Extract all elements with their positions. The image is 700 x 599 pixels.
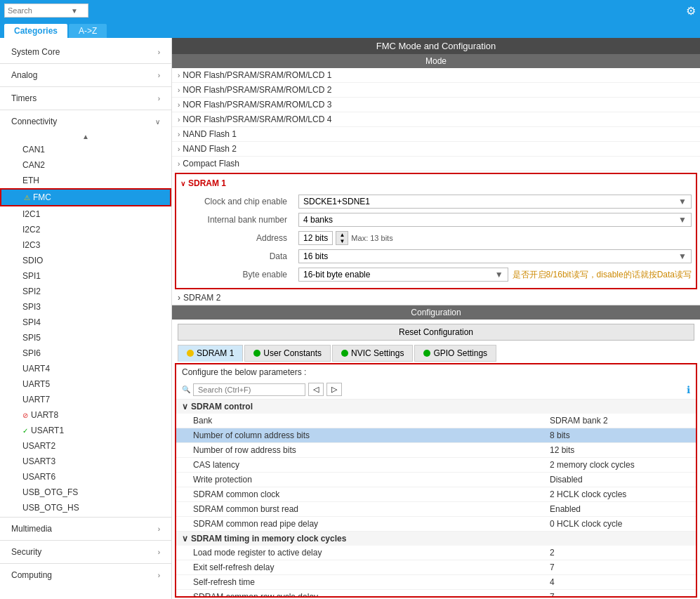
sidebar-item-i2c2[interactable]: I2C2 — [0, 222, 171, 237]
sidebar-item-can2[interactable]: CAN2 — [0, 157, 171, 173]
group-expand-icon: ∨ — [182, 402, 188, 412]
gear-icon[interactable]: ⚙ — [686, 4, 696, 18]
config-tab-sdram1[interactable]: SDRAM 1 — [178, 345, 243, 362]
item-label: SPI2 — [22, 287, 41, 296]
tab-az[interactable]: A->Z — [69, 24, 107, 38]
sidebar-item-spi6[interactable]: SPI6 — [0, 345, 171, 361]
sidebar-item-connectivity[interactable]: Connectivity ∨ — [0, 112, 171, 131]
field-label: Internal bank number — [180, 215, 293, 225]
mode-item-compact[interactable]: › Compact Flash — [172, 157, 700, 171]
sidebar-item-spi2[interactable]: SPI2 — [0, 284, 171, 299]
sidebar-item-analog[interactable]: Analog › — [0, 65, 171, 85]
expand-right-icon: › — [178, 293, 180, 303]
spin-up-button[interactable]: ▲ — [336, 232, 348, 238]
search-input[interactable] — [8, 6, 71, 15]
sidebar-item-multimedia[interactable]: Multimedia › — [0, 519, 171, 539]
sidebar-item-can1[interactable]: CAN1 — [0, 142, 171, 157]
config-row-col-addr[interactable]: Number of column address bits 8 bits — [176, 428, 696, 443]
chevron-down-icon: ∨ — [155, 118, 160, 126]
param-value: 7 — [550, 592, 690, 598]
mode-item-nor4[interactable]: › NOR Flash/PSRAM/SRAM/ROM/LCD 4 — [172, 112, 700, 127]
mode-item-label: NOR Flash/PSRAM/SRAM/ROM/LCD 2 — [183, 85, 331, 95]
bank-select[interactable]: 4 banks ▼ — [298, 213, 692, 227]
sidebar-item-usb-otg-hs[interactable]: USB_OTG_HS — [0, 500, 171, 515]
reset-config-button[interactable]: Reset Configuration — [178, 324, 694, 341]
mode-item-nor3[interactable]: › NOR Flash/PSRAM/SRAM/ROM/LCD 3 — [172, 98, 700, 112]
mode-section: › NOR Flash/PSRAM/SRAM/ROM/LCD 1 › NOR F… — [172, 68, 700, 305]
sdram1-title[interactable]: ∨ SDRAM 1 — [180, 178, 692, 188]
item-label: CAN2 — [22, 160, 45, 170]
mode-item-nor1[interactable]: › NOR Flash/PSRAM/SRAM/ROM/LCD 1 — [172, 68, 700, 83]
param-name: SDRAM common row cycle delay — [193, 592, 550, 598]
param-name: Bank — [193, 416, 550, 426]
item-label: SPI5 — [22, 333, 41, 343]
sidebar-item-usb-otg-fs[interactable]: USB_OTG_FS — [0, 485, 171, 500]
search-next-button[interactable]: ▷ — [326, 383, 342, 396]
tab-categories[interactable]: Categories — [4, 24, 67, 38]
sidebar-item-fmc[interactable]: ⚠ FMC — [0, 188, 171, 206]
check-icon: ✓ — [22, 427, 28, 435]
config-search-input[interactable] — [193, 383, 305, 396]
sidebar-item-i2c3[interactable]: I2C3 — [0, 237, 171, 253]
item-label: USART1 — [31, 426, 64, 435]
sidebar-item-computing[interactable]: Computing › — [0, 565, 171, 585]
tab-dot-icon — [341, 350, 348, 357]
info-icon[interactable]: ℹ — [687, 384, 690, 395]
byte-enable-select[interactable]: 16-bit byte enable ▼ — [298, 268, 508, 282]
config-description: Configure the below parameters : — [176, 364, 696, 380]
search-dropdown-arrow[interactable]: ▼ — [71, 7, 78, 15]
config-content: Configure the below parameters : 🔍 ◁ ▷ ℹ… — [175, 363, 697, 598]
param-value: 2 — [550, 548, 690, 558]
divider — [0, 63, 171, 64]
config-row-burst-read: SDRAM common burst read Enabled — [176, 502, 696, 517]
mode-item-nand1[interactable]: › NAND Flash 1 — [172, 127, 700, 142]
scroll-up-indicator: ▲ — [0, 131, 171, 142]
config-group-sdram-timing[interactable]: ∨ SDRAM timing in memory clock cycles — [176, 532, 696, 546]
config-row-cas: CAS latency 2 memory clock cycles — [176, 458, 696, 473]
spin-down-button[interactable]: ▼ — [336, 238, 348, 244]
mode-header: Mode — [172, 54, 700, 68]
mode-item-nand2[interactable]: › NAND Flash 2 — [172, 142, 700, 157]
sidebar-item-usart6[interactable]: USART6 — [0, 469, 171, 485]
sidebar-item-spi5[interactable]: SPI5 — [0, 330, 171, 345]
config-tab-nvic[interactable]: NVIC Settings — [332, 345, 413, 362]
divider — [0, 563, 171, 564]
sidebar-item-spi1[interactable]: SPI1 — [0, 268, 171, 284]
sidebar-item-timers[interactable]: Timers › — [0, 88, 171, 108]
config-group-sdram-control[interactable]: ∨ SDRAM control — [176, 400, 696, 414]
clock-chip-select[interactable]: SDCKE1+SDNE1 ▼ — [298, 195, 692, 209]
sidebar-item-uart5[interactable]: UART5 — [0, 376, 171, 392]
sidebar-item-spi3[interactable]: SPI3 — [0, 299, 171, 315]
sidebar-item-usart2[interactable]: USART2 — [0, 438, 171, 454]
config-tab-user-constants[interactable]: User Constants — [244, 345, 331, 362]
mode-item-label: Compact Flash — [183, 159, 239, 169]
sidebar-item-system-core[interactable]: System Core › — [0, 42, 171, 62]
config-tab-gpio[interactable]: GPIO Settings — [414, 345, 496, 362]
sidebar-item-uart4[interactable]: UART4 — [0, 361, 171, 376]
sidebar-item-uart7[interactable]: UART7 — [0, 392, 171, 407]
mode-item-nor2[interactable]: › NOR Flash/PSRAM/SRAM/ROM/LCD 2 — [172, 83, 700, 98]
sidebar-item-eth[interactable]: ETH — [0, 173, 171, 188]
tab-label: NVIC Settings — [351, 348, 404, 358]
param-value: 8 bits — [550, 430, 690, 440]
sidebar-item-label: Analog — [11, 70, 37, 80]
config-row-bank: Bank SDRAM bank 2 — [176, 414, 696, 428]
sidebar-item-usart1[interactable]: ✓ USART1 — [0, 423, 171, 438]
sidebar-item-security[interactable]: Security › — [0, 542, 171, 562]
search-prev-button[interactable]: ◁ — [308, 383, 324, 396]
search-row: 🔍 ◁ ▷ ℹ — [176, 380, 696, 400]
data-select[interactable]: 16 bits ▼ — [298, 249, 692, 263]
config-row-pipe-delay: SDRAM common read pipe delay 0 HCLK cloc… — [176, 517, 696, 532]
sidebar-item-uart8[interactable]: ⊘ UART8 — [0, 407, 171, 423]
sidebar-item-sdio[interactable]: SDIO — [0, 253, 171, 268]
param-name: Exit self-refresh delay — [193, 562, 550, 572]
sidebar-item-usart3[interactable]: USART3 — [0, 454, 171, 469]
sidebar-item-label: System Core — [11, 47, 60, 57]
param-name: Number of row address bits — [193, 445, 550, 455]
sdram2-item[interactable]: › SDRAM 2 — [172, 291, 700, 305]
sidebar-item-i2c1[interactable]: I2C1 — [0, 206, 171, 222]
search-box[interactable]: ▼ — [4, 4, 88, 18]
sdram-row-bank: Internal bank number 4 banks ▼ — [180, 211, 692, 229]
sidebar-item-spi4[interactable]: SPI4 — [0, 315, 171, 330]
connectivity-subitems: ▲ CAN1 CAN2 ETH ⚠ FMC I2C1 I2C2 I2C3 SDI… — [0, 131, 171, 515]
